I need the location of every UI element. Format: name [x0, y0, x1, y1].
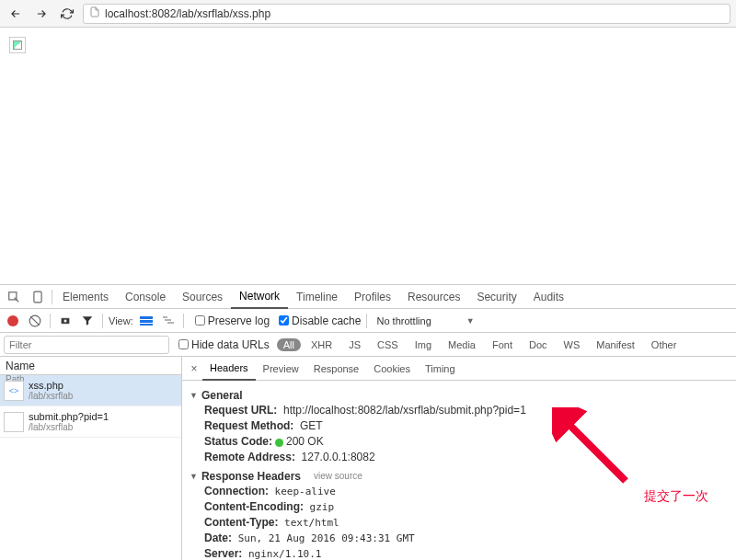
devtools-tab-security[interactable]: Security [468, 285, 524, 309]
filter-type-doc[interactable]: Doc [523, 338, 554, 351]
general-section[interactable]: ▼General [190, 388, 729, 403]
remote-address: Remote Address: 127.0.0.1:8082 [190, 450, 729, 465]
filter-type-xhr[interactable]: XHR [305, 338, 339, 351]
annotation-text: 提交了一次 [644, 488, 708, 505]
clear-button[interactable] [26, 312, 44, 330]
devtools-tab-console[interactable]: Console [117, 285, 174, 309]
response-header: Content-Type: text/html [190, 515, 729, 531]
url-host: localhost [105, 7, 148, 20]
request-list: NamePath <>xss.php/lab/xsrflabsubmit.php… [0, 357, 182, 560]
back-button[interactable] [6, 4, 26, 24]
file-icon: <> [4, 381, 24, 401]
devtools-tab-profiles[interactable]: Profiles [346, 285, 399, 309]
devtools-tab-sources[interactable]: Sources [174, 285, 231, 309]
filter-type-js[interactable]: JS [342, 338, 367, 351]
broken-image-icon [9, 37, 26, 53]
filter-type-ws[interactable]: WS [558, 338, 587, 351]
status-code: Status Code:200 OK [190, 434, 729, 450]
request-item[interactable]: submit.php?pid=1/lab/xsrflab [0, 406, 181, 438]
svg-point-6 [63, 319, 67, 323]
large-rows-icon[interactable] [137, 312, 155, 330]
address-bar[interactable]: localhost:8082/lab/xsrflab/xss.php [83, 4, 730, 24]
page-icon [89, 6, 100, 21]
details-tab-preview[interactable]: Preview [256, 357, 306, 381]
svg-rect-7 [140, 316, 153, 319]
details-tab-cookies[interactable]: Cookies [366, 357, 418, 381]
response-header: Server: nginx/1.10.1 [190, 546, 729, 560]
filter-type-img[interactable]: Img [408, 338, 438, 351]
filter-type-css[interactable]: CSS [371, 338, 405, 351]
devtools-tab-bar: ElementsConsoleSourcesNetworkTimelinePro… [0, 285, 736, 309]
filter-type-font[interactable]: Font [486, 338, 519, 351]
capture-icon[interactable] [56, 312, 75, 330]
devtools-tab-network[interactable]: Network [231, 285, 288, 309]
view-source-link[interactable]: view source [314, 469, 362, 484]
svg-line-4 [30, 316, 39, 325]
reload-button[interactable] [57, 4, 77, 24]
file-icon [4, 412, 24, 432]
details-tab-timing[interactable]: Timing [418, 357, 463, 381]
filter-type-manifest[interactable]: Manifest [590, 338, 641, 351]
device-icon[interactable] [26, 285, 50, 309]
devtools-tab-elements[interactable]: Elements [54, 285, 117, 309]
svg-rect-1 [34, 291, 41, 303]
response-header: Date: Sun, 21 Aug 2016 09:43:31 GMT [190, 531, 729, 546]
preserve-log-checkbox[interactable]: Preserve log [195, 314, 270, 327]
filter-bar: Hide data URLs AllXHRJSCSSImgMediaFontDo… [0, 333, 736, 357]
request-list-header: NamePath [0, 357, 181, 375]
details-tab-headers[interactable]: Headers [202, 357, 256, 381]
devtools-tab-audits[interactable]: Audits [525, 285, 572, 309]
close-details-button[interactable]: × [186, 362, 202, 375]
svg-rect-8 [140, 320, 153, 323]
page-viewport [0, 28, 736, 285]
devtools-panel: ElementsConsoleSourcesNetworkTimelinePro… [0, 285, 736, 560]
details-tabs: × HeadersPreviewResponseCookiesTiming [182, 357, 736, 381]
filter-input[interactable] [4, 336, 169, 354]
browser-toolbar: localhost:8082/lab/xsrflab/xss.php [0, 0, 736, 28]
devtools-tab-timeline[interactable]: Timeline [288, 285, 346, 309]
record-button[interactable] [4, 312, 22, 330]
response-headers-section[interactable]: ▼Response Headersview source [190, 469, 729, 484]
throttling-select[interactable]: No throttling [376, 315, 431, 326]
filter-icon[interactable] [78, 312, 97, 330]
svg-rect-9 [140, 324, 153, 326]
request-url: Request URL: http://localhost:8082/lab/x… [190, 403, 729, 418]
network-toolbar: View: Preserve log Disable cache No thro… [0, 309, 736, 333]
inspect-icon[interactable] [2, 285, 26, 309]
overview-icon[interactable] [159, 312, 178, 330]
disable-cache-checkbox[interactable]: Disable cache [279, 314, 361, 327]
devtools-tab-resources[interactable]: Resources [399, 285, 468, 309]
view-label: View: [109, 315, 133, 326]
request-method: Request Method: GET [190, 418, 729, 434]
url-rest: :8082/lab/xsrflab/xss.php [148, 7, 270, 20]
filter-type-media[interactable]: Media [442, 338, 482, 351]
request-details: × HeadersPreviewResponseCookiesTiming ▼G… [182, 357, 736, 560]
request-item[interactable]: <>xss.php/lab/xsrflab [0, 375, 181, 406]
forward-button[interactable] [31, 4, 52, 24]
throttling-chevron-icon[interactable]: ▼ [466, 316, 475, 326]
details-tab-response[interactable]: Response [306, 357, 367, 381]
hide-data-urls-checkbox[interactable]: Hide data URLs [178, 338, 270, 351]
filter-type-other[interactable]: Other [645, 338, 684, 351]
filter-type-all[interactable]: All [277, 338, 301, 351]
